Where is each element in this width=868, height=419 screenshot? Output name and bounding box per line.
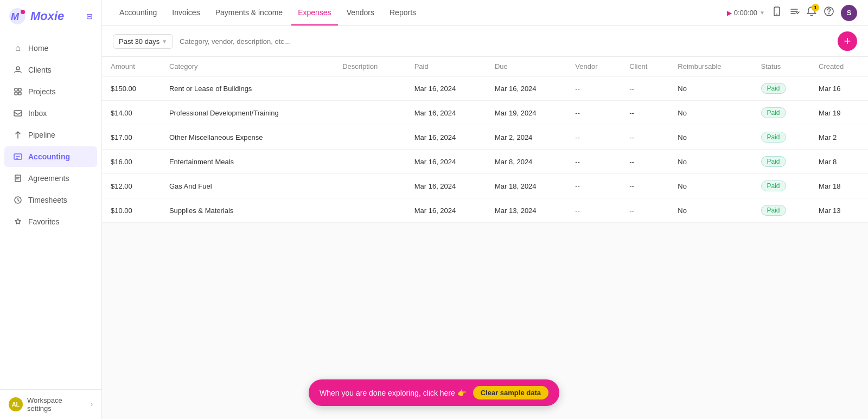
cell-category: Professional Development/Training: [161, 101, 334, 125]
sidebar-item-home[interactable]: ⌂ Home: [4, 38, 97, 59]
cell-paid: Mar 16, 2024: [406, 76, 486, 101]
cell-amount: $150.00: [102, 76, 161, 101]
cell-amount: $17.00: [102, 125, 161, 150]
cell-vendor: --: [566, 101, 621, 125]
main-content: Past 30 days ▼ + Amount Category Descrip…: [102, 26, 868, 419]
cell-created: Mar 18: [810, 174, 868, 198]
cell-status: Paid: [752, 150, 810, 174]
cell-due: Mar 18, 2024: [486, 174, 566, 198]
cell-category: Other Miscellaneous Expense: [161, 125, 334, 150]
checklist-icon-button[interactable]: [789, 6, 800, 20]
cell-created: Mar 2: [810, 125, 868, 150]
sidebar-item-inbox[interactable]: Inbox: [4, 103, 97, 124]
filter-bar: Past 30 days ▼ +: [102, 26, 868, 57]
sidebar-item-projects[interactable]: Projects: [4, 81, 97, 102]
agreements-icon: [13, 173, 23, 183]
date-filter-label: Past 30 days: [119, 37, 159, 46]
sidebar: M Moxie ⊟ ⌂ Home Clients Projects: [0, 0, 102, 419]
tab-invoices[interactable]: Invoices: [165, 1, 206, 25]
sidebar-item-agreements[interactable]: Agreements: [4, 168, 97, 189]
timesheets-icon: [13, 195, 23, 205]
sidebar-item-accounting[interactable]: Accounting: [4, 146, 97, 167]
tab-vendors[interactable]: Vendors: [340, 1, 381, 25]
cell-due: Mar 8, 2024: [486, 150, 566, 174]
topnav-right: ▶ 0:00:00 ▼ 1 S: [727, 5, 857, 21]
table-row[interactable]: $10.00 Supplies & Materials Mar 16, 2024…: [102, 198, 868, 223]
avatar: AL: [9, 397, 23, 411]
sidebar-item-clients[interactable]: Clients: [4, 60, 97, 80]
sidebar-item-label: Clients: [28, 66, 52, 74]
timer-display: 0:00:00: [734, 9, 757, 17]
tab-expenses[interactable]: Expenses: [291, 1, 337, 25]
cell-description: [334, 150, 405, 174]
workspace-settings-label: Workspace settings: [27, 396, 86, 412]
table-row[interactable]: $16.00 Entertainment Meals Mar 16, 2024 …: [102, 150, 868, 174]
col-description: Description: [334, 57, 405, 76]
accounting-tabs: Accounting Invoices Payments & income Ex…: [113, 1, 727, 25]
notification-bell-button[interactable]: 1: [806, 6, 817, 20]
cell-reimbursable: No: [669, 198, 752, 223]
cell-client: --: [621, 76, 669, 101]
svg-rect-5: [18, 88, 21, 91]
cell-amount: $16.00: [102, 150, 161, 174]
cell-status: Paid: [752, 174, 810, 198]
user-avatar[interactable]: S: [841, 5, 857, 21]
sidebar-item-label: Home: [28, 44, 48, 53]
cell-reimbursable: No: [669, 76, 752, 101]
tab-payments-income[interactable]: Payments & income: [209, 1, 290, 25]
help-icon-button[interactable]: [824, 6, 834, 20]
cell-vendor: --: [566, 174, 621, 198]
sidebar-expand-button[interactable]: ⊟: [86, 12, 93, 21]
workspace-settings[interactable]: AL Workspace settings ›: [0, 389, 101, 419]
cell-paid: Mar 16, 2024: [406, 101, 486, 125]
status-badge: Paid: [761, 132, 786, 143]
device-icon-button[interactable]: [771, 6, 782, 20]
col-created: Created: [810, 57, 868, 76]
cell-description: [334, 76, 405, 101]
status-badge: Paid: [761, 205, 786, 216]
pipeline-icon: [13, 130, 23, 140]
tab-accounting[interactable]: Accounting: [113, 1, 163, 25]
table-row[interactable]: $12.00 Gas And Fuel Mar 16, 2024 Mar 18,…: [102, 174, 868, 198]
sidebar-item-favorites[interactable]: Favorites: [4, 211, 97, 232]
cell-status: Paid: [752, 198, 810, 223]
cell-vendor: --: [566, 125, 621, 150]
date-filter-chevron-icon: ▼: [162, 38, 167, 44]
cell-paid: Mar 16, 2024: [406, 198, 486, 223]
svg-rect-4: [15, 88, 17, 91]
cell-status: Paid: [752, 76, 810, 101]
sidebar-item-timesheets[interactable]: Timesheets: [4, 190, 97, 210]
search-input[interactable]: [180, 37, 827, 46]
table-row[interactable]: $17.00 Other Miscellaneous Expense Mar 1…: [102, 125, 868, 150]
col-client: Client: [621, 57, 669, 76]
cell-due: Mar 2, 2024: [486, 125, 566, 150]
cell-category: Gas And Fuel: [161, 174, 334, 198]
banner-text: When you are done exploring, click here …: [320, 389, 467, 397]
sidebar-item-label: Timesheets: [28, 196, 67, 204]
svg-point-3: [16, 67, 20, 70]
moxie-logo-icon: M: [9, 8, 26, 25]
add-expense-button[interactable]: +: [838, 31, 857, 51]
cell-description: [334, 198, 405, 223]
banner-container: When you are done exploring, click here …: [309, 379, 559, 406]
col-paid[interactable]: Paid: [406, 57, 486, 76]
cell-description: [334, 125, 405, 150]
svg-point-12: [776, 14, 777, 15]
main-area: Accounting Invoices Payments & income Ex…: [102, 0, 868, 419]
table-row[interactable]: $14.00 Professional Development/Training…: [102, 101, 868, 125]
clear-sample-data-button[interactable]: Clear sample data: [473, 386, 548, 399]
cell-reimbursable: No: [669, 150, 752, 174]
cell-description: [334, 174, 405, 198]
expenses-table-wrapper: Amount Category Description Paid Due Ven…: [102, 57, 868, 223]
timer-button[interactable]: ▶ 0:00:00 ▼: [727, 9, 765, 17]
date-filter-button[interactable]: Past 30 days ▼: [113, 34, 173, 49]
cell-amount: $10.00: [102, 198, 161, 223]
sidebar-item-pipeline[interactable]: Pipeline: [4, 125, 97, 145]
table-row[interactable]: $150.00 Rent or Lease of Buildings Mar 1…: [102, 76, 868, 101]
svg-rect-6: [15, 92, 17, 95]
cell-created: Mar 19: [810, 101, 868, 125]
tab-reports[interactable]: Reports: [383, 1, 423, 25]
col-category: Category: [161, 57, 334, 76]
cell-vendor: --: [566, 76, 621, 101]
sidebar-item-label: Favorites: [28, 217, 60, 226]
